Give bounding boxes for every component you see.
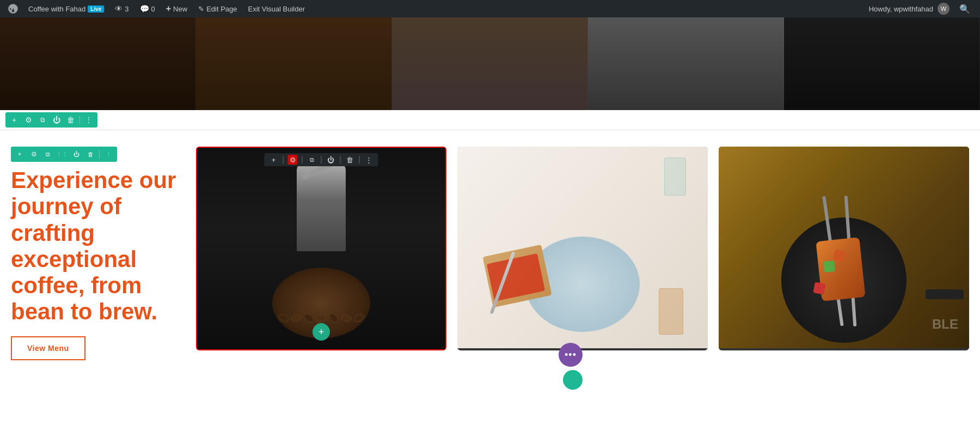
- row-add-icon[interactable]: +: [9, 114, 20, 125]
- module-toolbar: + ⚙ ⧉ ⋮⋮ ⏻ 🗑 ⋮: [11, 147, 117, 162]
- module-disable-icon[interactable]: ⏻: [71, 149, 82, 160]
- image-add-button[interactable]: +: [313, 323, 330, 341]
- kebab-image: BLE: [719, 147, 969, 348]
- comment-count: 0: [151, 5, 155, 13]
- main-content: + ⚙ ⧉ ⋮⋮ ⏻ 🗑 ⋮ Experience our journey of…: [0, 130, 980, 403]
- purple-dots-button[interactable]: •••: [559, 343, 583, 367]
- admin-bar: Coffee with Fahad Live 👁 3 💬 0 + New ✎ E…: [0, 0, 980, 17]
- module-more-icon[interactable]: ⋮: [103, 149, 114, 160]
- row-more-icon[interactable]: ⋮: [83, 114, 94, 125]
- img-divider2: [302, 156, 303, 164]
- images-wrapper: + ⚙ ⧉ ⏻ 🗑 ⋮: [196, 147, 969, 350]
- exit-builder-label: Exit Visual Builder: [248, 5, 305, 13]
- img-add-icon[interactable]: +: [269, 155, 279, 165]
- img-divider4: [340, 156, 341, 164]
- row-toolbar: + ⚙ ⧉ ⏻ 🗑 ⋮: [5, 112, 97, 128]
- img-divider3: [321, 156, 322, 164]
- img-divider5: [359, 156, 360, 164]
- module-add-icon[interactable]: +: [14, 149, 25, 160]
- left-column: + ⚙ ⧉ ⋮⋮ ⏻ 🗑 ⋮ Experience our journey of…: [11, 147, 185, 360]
- img-settings-icon[interactable]: ⚙: [288, 155, 298, 165]
- hero-section: [0, 17, 980, 110]
- img-delete-icon[interactable]: 🗑: [345, 155, 355, 165]
- image-card-kebab[interactable]: BLE: [719, 147, 969, 350]
- module-duplicate-icon[interactable]: ⧉: [42, 149, 53, 160]
- pencil-icon: ✎: [198, 5, 204, 13]
- plus-icon: +: [166, 4, 171, 14]
- img-divider1: [283, 156, 284, 164]
- image-card-coffee[interactable]: + ⚙ ⧉ ⏻ 🗑 ⋮: [196, 147, 446, 350]
- coffee-image: [197, 148, 445, 349]
- toast-image: [457, 147, 708, 348]
- howdy-user-link[interactable]: Howdy, wpwithfahad W: [863, 0, 955, 17]
- live-badge: Live: [88, 5, 104, 13]
- search-button[interactable]: 🔍: [955, 0, 975, 17]
- img-disable-icon[interactable]: ⏻: [326, 155, 336, 165]
- avatar: W: [938, 3, 950, 15]
- view-menu-button[interactable]: View Menu: [11, 336, 85, 360]
- module-columns-icon[interactable]: ⋮⋮: [57, 149, 68, 160]
- teal-circle-button[interactable]: [563, 370, 583, 390]
- row-builder-toolbar: + ⚙ ⧉ ⏻ 🗑 ⋮: [0, 110, 980, 130]
- hero-background: [0, 17, 980, 110]
- img-duplicate-icon[interactable]: ⧉: [307, 155, 317, 165]
- row-delete-icon[interactable]: 🗑: [65, 114, 76, 125]
- hero-heading: Experience our journey of crafting excep…: [11, 167, 185, 325]
- row-settings-icon[interactable]: ⚙: [23, 114, 34, 125]
- new-content-menu[interactable]: + New: [161, 0, 193, 17]
- wp-logo-icon[interactable]: [5, 0, 21, 17]
- module-toolbar-divider: [99, 150, 100, 159]
- exit-builder-button[interactable]: Exit Visual Builder: [243, 0, 311, 17]
- module-delete-icon[interactable]: 🗑: [85, 149, 96, 160]
- view-count-link[interactable]: 👁 3: [109, 0, 134, 17]
- new-label: New: [173, 5, 187, 13]
- dots-label: •••: [565, 349, 577, 361]
- row-duplicate-icon[interactable]: ⧉: [37, 114, 48, 125]
- comment-count-link[interactable]: 💬 0: [134, 0, 161, 17]
- image-toolbar-coffee: + ⚙ ⧉ ⏻ 🗑 ⋮: [265, 153, 378, 166]
- edit-page-label: Edit Page: [206, 5, 237, 13]
- site-name-link[interactable]: Coffee with Fahad Live: [23, 0, 109, 17]
- images-grid: + ⚙ ⧉ ⏻ 🗑 ⋮: [196, 147, 969, 350]
- admin-bar-right: Howdy, wpwithfahad W 🔍: [863, 0, 975, 17]
- site-name-text: Coffee with Fahad: [28, 5, 85, 13]
- edit-page-link[interactable]: ✎ Edit Page: [193, 0, 242, 17]
- view-icon: 👁: [115, 4, 122, 13]
- module-settings-icon[interactable]: ⚙: [28, 149, 39, 160]
- image-card-toast[interactable]: [457, 147, 708, 350]
- comment-icon: 💬: [140, 4, 149, 13]
- row-toolbar-divider: [79, 116, 80, 124]
- img-more-icon[interactable]: ⋮: [364, 155, 374, 165]
- row-disable-icon[interactable]: ⏻: [51, 114, 62, 125]
- search-icon: 🔍: [959, 4, 970, 14]
- howdy-text: Howdy, wpwithfahad: [869, 5, 933, 13]
- view-count: 3: [125, 5, 128, 13]
